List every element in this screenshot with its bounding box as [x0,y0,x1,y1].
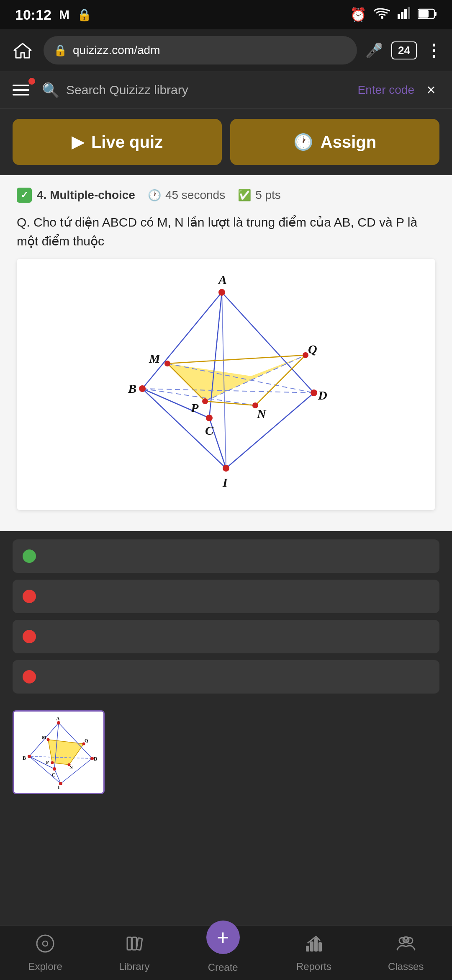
hamburger-menu[interactable] [13,80,33,101]
question-type-label: 4. Multiple-choice [37,188,135,202]
bottom-spacer [0,802,452,878]
top-nav: 🔍 Search Quizizz library Enter code × [0,71,452,109]
svg-rect-75 [318,942,322,952]
svg-rect-1 [398,14,400,19]
alarm-icon: ⏰ [350,7,367,23]
create-button[interactable]: + [206,921,240,954]
clock-icon: 🕐 [293,133,313,151]
signal-icon [398,7,410,23]
svg-point-30 [303,352,308,358]
check-circle-icon: ✅ [238,189,251,202]
wifi-icon [374,7,390,23]
svg-point-54 [47,738,50,741]
svg-text:C: C [52,772,56,778]
microphone-icon[interactable]: 🎤 [365,42,383,59]
tab-count[interactable]: 24 [391,41,417,59]
assign-label: Assign [321,133,376,152]
diagram-container: A B C D I M N P Q [17,259,435,510]
nav-classes[interactable]: Classes [388,934,424,972]
svg-point-24 [206,415,213,421]
svg-text:P: P [190,401,199,415]
svg-rect-69 [127,937,131,950]
close-button[interactable]: × [423,82,439,98]
thumbnail-diagram: A B C D I M N P Q [17,714,100,790]
svg-text:Q: Q [85,738,88,743]
answer-dot-4 [23,670,36,683]
nav-create[interactable]: + Create [206,921,240,973]
create-label: Create [208,962,238,973]
more-menu-icon[interactable]: ⋮ [425,41,442,60]
answer-options [0,531,452,702]
svg-text:M: M [149,351,161,365]
answer-option-2[interactable] [13,580,439,613]
nav-explore[interactable]: Explore [28,934,62,972]
geometry-diagram: A B C D I M N P Q [109,267,343,502]
explore-icon [36,934,55,957]
svg-text:P: P [46,760,49,765]
svg-text:I: I [58,784,60,790]
status-time: 10:12 [15,7,51,23]
notification-dot [28,78,35,85]
svg-point-27 [164,361,170,366]
time-icon: 🕐 [148,189,161,202]
answer-dot-2 [23,590,36,603]
action-buttons-row: ▶ Live quiz 🕐 Assign [0,109,452,175]
reports-icon [304,934,324,957]
nav-reports[interactable]: Reports [296,934,331,972]
status-right: ⏰ [350,7,437,23]
svg-rect-70 [132,937,136,950]
svg-point-68 [43,941,48,946]
answer-option-3[interactable] [13,620,439,653]
status-bar: 10:12 M 🔒 ⏰ [0,0,452,29]
svg-point-52 [90,757,94,760]
answer-option-4[interactable] [13,660,439,694]
enter-code-button[interactable]: Enter code [358,83,414,97]
svg-text:B: B [128,382,136,395]
svg-rect-4 [408,7,410,19]
url-bar[interactable]: 🔒 quizizz.com/adm [44,36,357,64]
url-text: quizizz.com/adm [73,44,160,57]
svg-text:D: D [94,756,98,762]
main-content: 🔍 Search Quizizz library Enter code × ▶ … [0,71,452,926]
svg-point-29 [202,398,208,404]
svg-marker-40 [48,740,84,765]
svg-point-67 [37,935,54,952]
question-text: Q. Cho tứ diện ABCD có M, N lần lượt là … [17,213,435,250]
thumbnail-image[interactable]: A B C D I M N P Q [13,710,105,794]
svg-rect-3 [404,9,407,19]
checkbox-icon: ✓ [17,188,32,203]
thumbnail-area: A B C D I M N P Q [0,702,452,802]
answer-option-1[interactable] [13,539,439,573]
svg-point-51 [53,767,56,771]
library-icon [125,934,144,957]
status-left: 10:12 M 🔒 [15,7,92,23]
classes-icon [396,934,416,957]
live-quiz-button[interactable]: ▶ Live quiz [13,119,222,165]
svg-rect-2 [401,12,403,19]
svg-text:A: A [56,716,60,722]
question-time: 🕐 45 seconds [148,188,225,202]
live-quiz-label: Live quiz [91,133,163,152]
svg-text:M: M [42,735,46,740]
svg-text:C: C [205,423,214,437]
svg-point-26 [223,465,229,472]
home-button[interactable] [10,38,35,63]
assign-button[interactable]: 🕐 Assign [230,119,439,165]
svg-point-23 [139,385,146,392]
svg-text:D: D [318,388,327,402]
time-value: 45 seconds [165,188,225,202]
browser-bar: 🔒 quizizz.com/adm 🎤 24 ⋮ [0,29,452,71]
play-icon: ▶ [72,133,84,151]
points-value: 5 pts [255,188,281,202]
svg-text:Q: Q [308,342,317,356]
svg-rect-74 [314,938,318,952]
svg-rect-72 [306,946,309,952]
search-area[interactable]: 🔍 Search Quizizz library [42,82,349,98]
library-label: Library [119,961,149,972]
svg-text:B: B [23,755,26,761]
nav-library[interactable]: Library [119,934,149,972]
svg-point-22 [218,289,225,296]
lock-icon: 🔒 [54,44,67,57]
search-placeholder: Search Quizizz library [66,83,188,97]
svg-text:A: A [218,273,227,286]
